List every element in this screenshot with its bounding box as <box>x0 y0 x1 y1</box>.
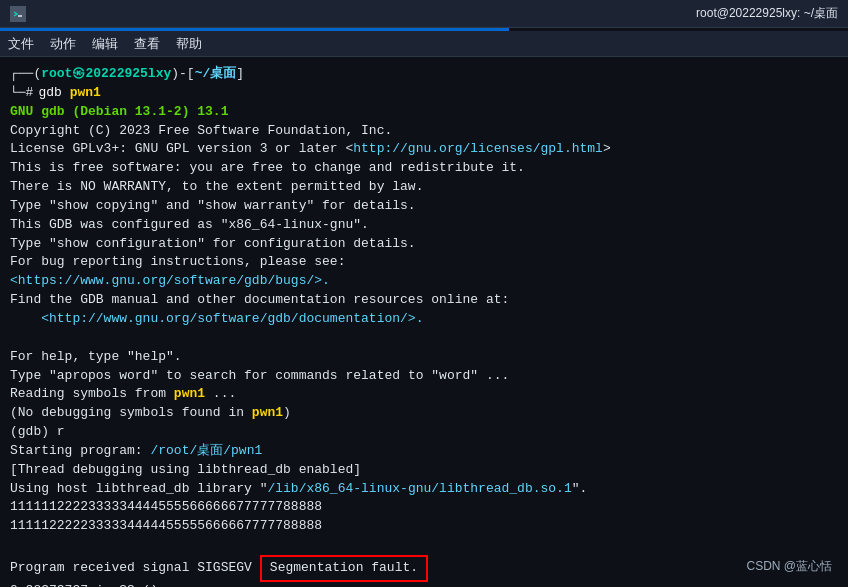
prompt-arrow: └─ <box>10 84 26 103</box>
segfault-box: Segmentation fault. <box>260 555 428 582</box>
progress-bar <box>0 28 848 31</box>
reading-symbols: Reading symbols from pwn1 ... <box>10 385 838 404</box>
prompt-cmd: gdb <box>38 84 69 103</box>
copyright-line: Copyright (C) 2023 Free Software Foundat… <box>10 122 838 141</box>
watermark: CSDN @蓝心恬 <box>746 558 832 575</box>
terminal-body: ┌──(root㉿20222925lxy)-[~/桌面] └─ # gdb pw… <box>0 57 848 587</box>
overflow-2: 1111122222333334444455555666667777788888 <box>10 517 838 536</box>
prompt-line: ┌──(root㉿20222925lxy)-[~/桌面] <box>10 65 838 84</box>
configured-as: This GDB was configured as "x86_64-linux… <box>10 216 838 235</box>
manual-line: Find the GDB manual and other documentat… <box>10 291 838 310</box>
overflow-1: 1111112222333334444555566666677777788888 <box>10 498 838 517</box>
no-debug-symbols: (No debugging symbols found in pwn1) <box>10 404 838 423</box>
show-copying: Type "show copying" and "show warranty" … <box>10 197 838 216</box>
libthread-line: Using host libthread_db library "/lib/x8… <box>10 480 838 499</box>
title-bar: root@20222925lxy: ~/桌面 <box>0 0 848 28</box>
warranty-line: There is NO WARRANTY, to the extent perm… <box>10 178 838 197</box>
gdb-version: GNU gdb (Debian 13.1-2) 13.1 <box>10 103 838 122</box>
prompt-dollar: # <box>26 84 34 103</box>
gdb-r: (gdb) r <box>10 423 838 442</box>
apropos-line: Type "apropos word" to search for comman… <box>10 367 838 386</box>
menu-action[interactable]: 动作 <box>50 35 76 53</box>
terminal-icon <box>10 6 26 22</box>
prompt-path-close: ] <box>236 65 244 84</box>
prompt-cmd-line: └─ # gdb pwn1 <box>10 84 838 103</box>
menu-file[interactable]: 文件 <box>8 35 34 53</box>
free-sw-line: This is free software: you are free to c… <box>10 159 838 178</box>
bug-report: For bug reporting instructions, please s… <box>10 253 838 272</box>
terminal-window: root@20222925lxy: ~/桌面 文件 动作 编辑 查看 帮助 ┌─… <box>0 0 848 587</box>
help-line: For help, type "help". <box>10 348 838 367</box>
license-line: License GPLv3+: GNU GPL version 3 or lat… <box>10 140 838 159</box>
prompt-user: root㉿20222925lxy <box>41 65 171 84</box>
show-config: Type "show configuration" for configurat… <box>10 235 838 254</box>
thread-debug: [Thread debugging using libthread_db ena… <box>10 461 838 480</box>
sigsegv-line: Program received signal SIGSEGV Segmenta… <box>10 555 838 582</box>
starting-program: Starting program: /root/桌面/pwn1 <box>10 442 838 461</box>
prompt-arg: pwn1 <box>70 84 101 103</box>
menu-bar: 文件 动作 编辑 查看 帮助 <box>0 31 848 57</box>
title-bar-title: root@20222925lxy: ~/桌面 <box>696 5 838 22</box>
prompt-bracket-open: ┌──( <box>10 65 41 84</box>
empty1 <box>10 329 838 348</box>
prompt-path: ~/桌面 <box>195 65 237 84</box>
title-bar-left <box>10 6 26 22</box>
address-line: 0x38373737 in ?? () <box>10 582 838 587</box>
doc-link: <http://www.gnu.org/software/gdb/documen… <box>10 310 838 329</box>
sigsegv-text: Program received signal SIGSEGV <box>10 559 252 578</box>
menu-edit[interactable]: 编辑 <box>92 35 118 53</box>
empty2 <box>10 536 838 555</box>
menu-help[interactable]: 帮助 <box>176 35 202 53</box>
prompt-bracket-close: )-[ <box>171 65 194 84</box>
menu-view[interactable]: 查看 <box>134 35 160 53</box>
bug-link: <https://www.gnu.org/software/gdb/bugs/>… <box>10 272 838 291</box>
